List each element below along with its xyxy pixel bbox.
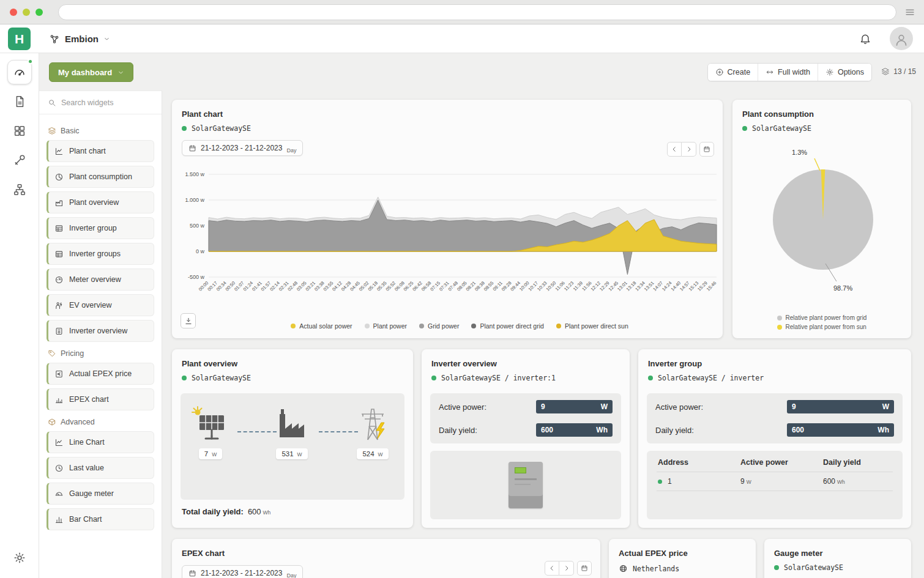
legend-item-plant-power: Plant power xyxy=(365,322,407,330)
flow-unit: W xyxy=(212,451,217,458)
app-logo[interactable]: H xyxy=(8,28,31,50)
date-range-value: 21-12-2023 - 21-12-2023 xyxy=(201,569,282,577)
stat-value-box: 600Wh xyxy=(787,423,894,437)
widget-item-label: Gauge meter xyxy=(69,489,114,498)
chevron-left-icon xyxy=(548,565,556,572)
card-title: Plant overview xyxy=(182,359,403,368)
widget-item-inverter-groups[interactable]: Inverter groups xyxy=(47,243,154,265)
stat-value: 9 xyxy=(792,402,796,411)
flow-node-solar: 7W xyxy=(186,406,235,459)
gear-icon xyxy=(825,68,834,76)
dashboard-selector-button[interactable]: My dashboard xyxy=(49,62,133,82)
flow-node-plant: 531W xyxy=(267,406,316,459)
gauge-icon xyxy=(54,489,64,498)
rail-item-reports[interactable] xyxy=(13,95,26,108)
widget-item-epex-chart[interactable]: EPEX chart xyxy=(47,388,154,410)
widget-card-inverter-overview: Inverter overview SolarGatewaySE / inver… xyxy=(422,349,630,528)
widget-sidebar: BasicPlant chartPlant consumptionPlant o… xyxy=(39,91,162,578)
next-period-button[interactable] xyxy=(682,142,696,157)
stat-value-box: 9W xyxy=(787,400,894,413)
flow-node-value: 531W xyxy=(276,448,307,459)
rail-item-tools[interactable] xyxy=(13,154,26,167)
total-value-wrap: 600Wh xyxy=(248,507,270,516)
user-avatar[interactable] xyxy=(890,27,913,50)
inverter-group-table: AddressActive powerDaily yield19W600Wh xyxy=(647,451,903,491)
grid-tower-icon xyxy=(353,406,392,441)
file-icon xyxy=(13,95,26,108)
flow-unit: W xyxy=(297,451,302,458)
rail-item-network[interactable] xyxy=(13,183,26,196)
widget-card-gauge-meter: Gauge meter SolarGatewaySE xyxy=(764,539,911,578)
create-button[interactable]: Create xyxy=(708,64,758,81)
browser-url-input[interactable] xyxy=(58,4,896,20)
widget-item-line-chart[interactable]: Line Chart xyxy=(47,431,154,453)
table-header-daily-yield: Daily yield xyxy=(823,458,892,467)
widget-card-plant-overview: Plant overview SolarGatewaySE 7W531W524W… xyxy=(172,349,413,528)
widget-item-inverter-group[interactable]: Inverter group xyxy=(47,217,154,239)
download-button[interactable] xyxy=(181,313,196,328)
table-icon xyxy=(54,224,64,233)
svg-text:-500 w: -500 w xyxy=(188,274,205,280)
browser-menu-icon[interactable] xyxy=(904,7,915,18)
prev-period-button[interactable] xyxy=(545,561,559,576)
status-dot xyxy=(648,376,653,380)
settings-gear-icon[interactable] xyxy=(13,551,26,565)
date-mode: Day xyxy=(286,572,296,578)
widget-item-gauge-meter[interactable]: Gauge meter xyxy=(47,483,154,505)
org-switcher[interactable]: Embion xyxy=(49,24,110,53)
notifications-bell-icon[interactable] xyxy=(859,32,871,45)
widget-item-label: Meter overview xyxy=(69,275,121,284)
chevron-down-icon xyxy=(103,35,110,42)
close-window-button[interactable] xyxy=(10,9,17,16)
widget-item-meter-overview[interactable]: Meter overview xyxy=(47,269,154,291)
minimize-window-button[interactable] xyxy=(23,9,30,16)
plant-flow-panel: 7W531W524W xyxy=(181,393,404,500)
dashboard-header: My dashboard Create Full width Options 1… xyxy=(39,53,924,91)
full-width-button[interactable]: Full width xyxy=(758,64,818,81)
zoom-window-button[interactable] xyxy=(35,9,43,16)
rail-item-apps[interactable] xyxy=(13,124,26,138)
widget-item-actual-epex-price[interactable]: Actual EPEX price xyxy=(47,363,154,385)
calendar-button[interactable] xyxy=(699,142,714,157)
options-button[interactable]: Options xyxy=(818,64,871,81)
nodes-icon xyxy=(49,34,60,45)
widget-item-last-value[interactable]: Last value xyxy=(47,457,154,479)
prev-period-button[interactable] xyxy=(667,142,682,157)
widget-item-inverter-overview[interactable]: Inverter overview xyxy=(47,320,154,342)
plant-chart-plot: 1.500 w1.000 w500 w0 w-500 w00:0000:1700… xyxy=(174,171,720,309)
date-range-control[interactable]: 21-12-2023 - 21-12-2023 Day xyxy=(182,140,303,156)
calendar-button[interactable] xyxy=(577,561,592,576)
inverter-screen xyxy=(515,467,526,473)
cell-address: 1 xyxy=(658,477,740,486)
widget-card-epex-chart: EPEX chart 21-12-2023 - 21-12-2023 Day xyxy=(172,539,600,578)
next-period-button[interactable] xyxy=(559,561,574,576)
svg-text:11:06: 11:06 xyxy=(554,280,566,292)
table-row: 19W600Wh xyxy=(657,472,893,491)
stat-label: Active power: xyxy=(439,402,486,412)
flow-unit: W xyxy=(378,451,383,458)
date-range-control[interactable]: 21-12-2023 - 21-12-2023 Day xyxy=(182,565,303,578)
card-title: Actual EPEX price xyxy=(619,549,746,558)
stat-label: Daily yield: xyxy=(655,426,694,435)
widget-item-plant-overview[interactable]: Plant overview xyxy=(47,191,154,213)
region-name: Netherlands xyxy=(633,565,679,573)
browser-chrome xyxy=(0,0,924,24)
stat-row-daily-yield-: Daily yield:600Wh xyxy=(655,423,894,437)
globe-icon xyxy=(619,564,628,573)
table-header-active-power: Active power xyxy=(740,458,823,467)
legend-dot xyxy=(419,324,424,328)
widget-item-plant-consumption[interactable]: Plant consumption xyxy=(47,166,154,188)
widget-item-plant-chart[interactable]: Plant chart xyxy=(47,140,154,162)
widget-search-input[interactable] xyxy=(61,98,147,107)
chevron-right-icon xyxy=(685,146,693,153)
widget-card-plant-chart: Plant chart SolarGatewaySE 21-12-2023 - … xyxy=(172,100,723,338)
price-icon xyxy=(54,369,64,379)
plant-chart-legend: Actual solar powerPlant powerGrid powerP… xyxy=(206,322,713,330)
widget-item-bar-chart[interactable]: Bar Chart xyxy=(47,508,154,530)
calendar-icon xyxy=(188,144,196,152)
flow-node-value: 524W xyxy=(357,448,388,459)
legend-dot xyxy=(777,316,782,320)
widget-item-ev-overview[interactable]: EV overview xyxy=(47,294,154,316)
rail-item-dashboard[interactable] xyxy=(7,60,32,84)
widget-item-label: Plant chart xyxy=(69,147,106,155)
